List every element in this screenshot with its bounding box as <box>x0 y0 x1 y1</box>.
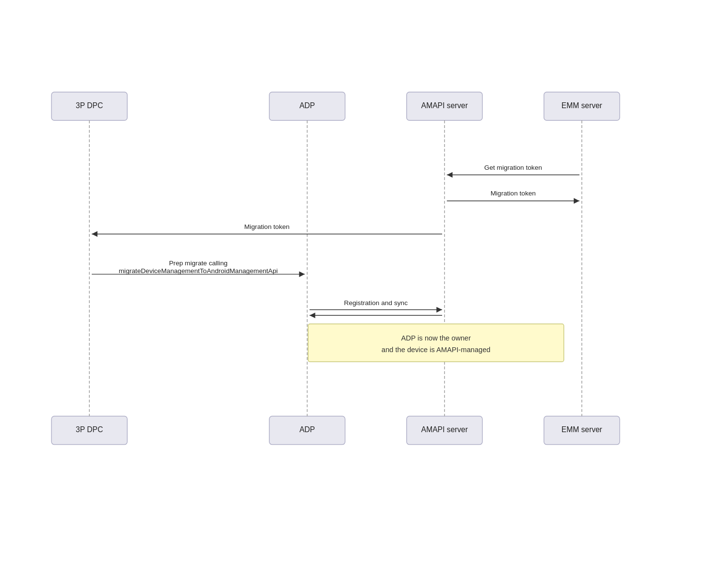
actor-emm-bottom-label: EMM server <box>562 425 602 434</box>
msg5-arrowhead-left <box>310 312 315 318</box>
msg1-arrowhead <box>447 172 453 178</box>
highlight-box <box>308 324 564 362</box>
highlight-label2: and the device is AMAPI-managed <box>381 346 490 354</box>
msg2-label: Migration token <box>491 190 536 197</box>
msg4-label1: Prep migrate calling <box>169 259 228 267</box>
actor-3p-dpc-top-label: 3P DPC <box>76 101 103 110</box>
actor-emm-top-label: EMM server <box>562 101 602 110</box>
msg4-arrowhead <box>299 272 305 277</box>
actor-adp-bottom-label: ADP <box>299 425 315 434</box>
actor-3p-dpc-bottom-label: 3P DPC <box>76 425 103 434</box>
highlight-label1: ADP is now the owner <box>401 334 471 342</box>
msg5-arrowhead-right <box>436 307 442 313</box>
actor-adp-top-label: ADP <box>299 101 315 110</box>
msg4-label2: migrateDeviceManagementToAndroidManageme… <box>119 267 278 275</box>
actor-amapi-top-label: AMAPI server <box>421 101 468 110</box>
msg3-label: Migration token <box>244 223 289 230</box>
msg3-arrowhead <box>92 231 98 237</box>
msg5-label: Registration and sync <box>344 299 408 307</box>
sequence-diagram: 3P DPC ADP AMAPI server EMM server Get m… <box>19 87 709 475</box>
msg1-label: Get migration token <box>484 164 542 171</box>
msg2-arrowhead <box>574 198 579 204</box>
actor-amapi-bottom-label: AMAPI server <box>421 425 468 434</box>
